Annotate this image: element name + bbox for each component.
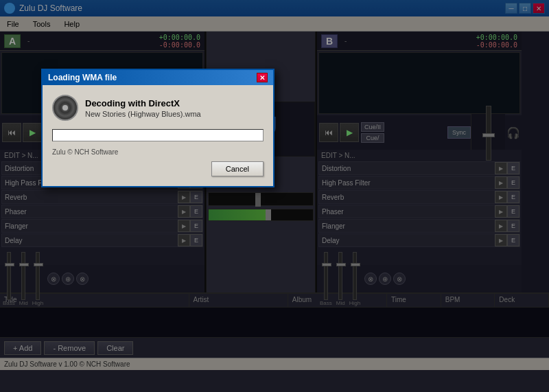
- modal-close-button[interactable]: ✕: [257, 73, 268, 82]
- modal-title-bar: Loading WMA file ✕: [43, 70, 273, 85]
- modal-buttons: Cancel: [52, 161, 264, 176]
- vinyl-center: [62, 105, 68, 111]
- modal-cancel-button[interactable]: Cancel: [211, 161, 264, 176]
- vinyl-icon: [52, 95, 78, 121]
- modal-overlay: Loading WMA file ✕ Decoding with DirectX…: [0, 0, 549, 392]
- modal-copyright: Zulu © NCH Software: [52, 148, 264, 156]
- loading-dialog: Loading WMA file ✕ Decoding with DirectX…: [41, 69, 274, 187]
- modal-text: Decoding with DirectX New Stories (Highw…: [85, 98, 201, 118]
- modal-title: Loading WMA file: [48, 73, 117, 82]
- modal-content-row: Decoding with DirectX New Stories (Highw…: [52, 95, 264, 121]
- modal-progress-bar: [52, 129, 264, 141]
- modal-body: Decoding with DirectX New Stories (Highw…: [43, 85, 273, 186]
- modal-heading: Decoding with DirectX: [85, 98, 201, 108]
- modal-filename: New Stories (Highway Blues).wma: [85, 110, 201, 118]
